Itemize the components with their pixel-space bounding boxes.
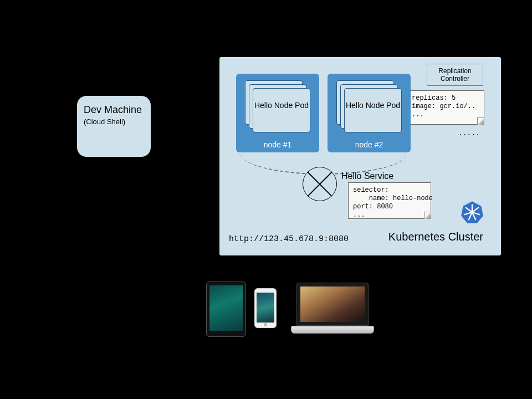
node-1-box: Hello Node Pod node #1 [236, 74, 319, 152]
phone-device-icon [254, 288, 277, 328]
dev-machine-subtitle: (Cloud Shell) [84, 117, 145, 126]
service-url: http://123.45.678.9:8080 [229, 234, 349, 244]
cluster-title: Kubernetes Cluster [388, 231, 483, 243]
hello-service-yaml: selector: name: hello-node port: 8080 ..… [348, 182, 431, 219]
pod: Hello Node Pod [253, 88, 310, 132]
tablet-device-icon [206, 282, 246, 337]
replication-controller-label: Replication Controller [438, 67, 471, 83]
dev-machine-title: Dev Machine [84, 104, 145, 116]
dev-machine-box: Dev Machine (Cloud Shell) [76, 95, 151, 157]
hello-service-node [303, 167, 337, 201]
node-1-pod-stack: Hello Node Pod [245, 80, 310, 134]
kubernetes-logo-icon [460, 200, 484, 224]
node-2-box: Hello Node Pod node #2 [328, 74, 411, 152]
kubernetes-cluster-box: Replication Controller replicas: 5 image… [219, 57, 502, 256]
node-2-pod-stack: Hello Node Pod [336, 80, 402, 134]
replication-controller-yaml: replicas: 5 image: gcr.io/.. ... [407, 90, 484, 125]
rc-ellipsis: ..... [458, 129, 480, 137]
replication-controller-box: Replication Controller [427, 64, 483, 86]
pod-label: Hello Node Pod [346, 101, 400, 110]
laptop-device-icon [291, 283, 374, 337]
hello-service-label: Hello Service [341, 171, 393, 181]
pod: Hello Node Pod [344, 88, 402, 132]
pod-label: Hello Node Pod [254, 101, 309, 110]
